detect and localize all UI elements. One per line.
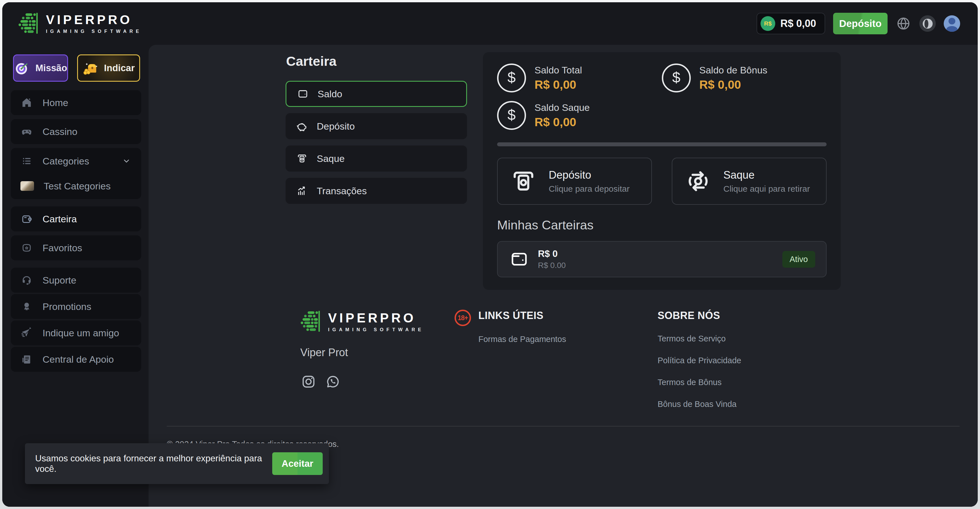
wallet-amount: R$ 0 — [538, 248, 566, 259]
header-controls: R$ R$ 0,00 Depósito — [757, 13, 960, 34]
sidebar-item-categories[interactable]: Categories — [11, 149, 141, 173]
refer-label: Indicar — [104, 63, 135, 73]
sidebar-item-favoritos[interactable]: Favoritos — [11, 235, 141, 260]
balance-value: R$ 0,00 — [535, 78, 582, 92]
action-subtitle: Clique aqui para retirar — [723, 184, 810, 194]
user-avatar[interactable] — [944, 15, 960, 32]
withdraw-action-card[interactable]: Saque Clique aqui para retirar — [672, 157, 827, 205]
menu-label: Depósito — [317, 121, 355, 132]
headset-icon — [21, 274, 33, 286]
my-wallets-title: Minhas Carteiras — [497, 218, 827, 232]
dollar-circle-icon: $ — [497, 101, 526, 130]
card-icon — [297, 87, 309, 100]
folder-star-icon — [21, 242, 33, 254]
refer-button[interactable]: Indicar — [77, 54, 140, 82]
footer-link-bonus-terms[interactable]: Termos de Bônus — [658, 378, 722, 387]
category-thumbnail-image — [21, 181, 34, 191]
app-window: VIPERPRO IGAMING SOFTWARE R$ R$ 0,00 Dep… — [2, 2, 978, 507]
wallet-menu-deposito[interactable]: Depósito — [286, 113, 467, 139]
dollar-circle-icon: $ — [662, 64, 691, 92]
footer-link-welcome-bonus[interactable]: Bônus de Boas Vinda — [658, 399, 737, 409]
sidebar-categories-group: Categories Test Categories — [11, 148, 141, 199]
sidebar-item-label: Indique um amigo — [43, 328, 119, 339]
sidebar-item-central[interactable]: Central de Apoio — [11, 347, 141, 372]
sidebar-item-cassino[interactable]: Cassino — [11, 119, 141, 144]
wallet-menu-transacoes[interactable]: Transações — [286, 178, 467, 204]
footer-link-payments[interactable]: Formas de Pagamentos — [478, 335, 566, 344]
sidebar-item-promotions[interactable]: Promotions — [11, 294, 141, 319]
sidebar-item-test-categories[interactable]: Test Categories — [11, 173, 141, 199]
brand-tagline: IGAMING SOFTWARE — [328, 327, 424, 332]
deposit-machine-icon — [508, 166, 538, 196]
footer-link-terms[interactable]: Termos de Serviço — [658, 334, 725, 344]
sidebar-item-label: Favoritos — [43, 242, 82, 253]
balance-display[interactable]: R$ R$ 0,00 — [757, 13, 825, 34]
footer-link-privacy[interactable]: Política de Privacidade — [658, 356, 741, 365]
balance-label: Saldo Total — [535, 65, 582, 76]
viperpro-logo-icon — [300, 310, 322, 334]
sidebar-item-label: Carteira — [43, 213, 77, 224]
mission-button[interactable]: Missão — [13, 54, 68, 82]
viperpro-logo-icon — [18, 12, 40, 35]
menu-label: Saque — [317, 153, 345, 164]
balance-amount: R$ 0,00 — [780, 17, 816, 30]
sidebar-bottom-group: Suporte Promotions — [11, 268, 141, 372]
deposit-action-card[interactable]: Depósito Clique para depositar — [497, 157, 652, 205]
sidebar-item-suporte[interactable]: Suporte — [11, 268, 141, 293]
document-icon — [21, 353, 33, 366]
status-badge: Ativo — [782, 251, 815, 268]
balance-panel: $ Saldo Total R$ 0,00 $ Saldo de Bônus R… — [483, 52, 841, 290]
sidebar-item-label: Promotions — [43, 301, 91, 312]
piggy-bank-icon — [296, 120, 308, 132]
footer-about-title: SOBRE NÓS — [658, 310, 841, 321]
wallet-icon — [508, 248, 530, 270]
brand-logo[interactable]: VIPERPRO IGAMING SOFTWARE — [18, 12, 142, 35]
deposit-button[interactable]: Depósito — [833, 13, 888, 34]
treasure-chest-icon — [83, 60, 99, 76]
wallet-menu-column: Carteira Saldo — [286, 52, 467, 290]
main-content: Carteira Saldo — [149, 45, 978, 507]
brand-tagline: IGAMING SOFTWARE — [46, 29, 142, 34]
menu-label: Transações — [317, 185, 367, 197]
accept-cookies-button[interactable]: Aceitar — [272, 452, 323, 475]
chart-icon — [296, 185, 308, 197]
sidebar-item-carteira[interactable]: Carteira — [11, 207, 141, 231]
brand-name: VIPERPRO — [46, 13, 142, 26]
footer-divider — [167, 426, 959, 426]
currency-coin-icon: R$ — [760, 16, 775, 31]
home-icon — [21, 96, 33, 109]
footer-brand-logo: VIPERPRO IGAMING SOFTWARE — [300, 310, 478, 334]
balance-label: Saldo de Bônus — [699, 65, 767, 76]
wallet-icon — [21, 213, 33, 225]
wallet-list-item[interactable]: R$ 0 R$ 0.00 Ativo — [497, 241, 827, 277]
wallet-menu-saldo[interactable]: Saldo — [286, 81, 467, 107]
brand-name: VIPERPRO — [328, 311, 424, 324]
footer: VIPERPRO IGAMING SOFTWARE Viper Prot — [149, 310, 978, 449]
balance-progress-bar — [497, 142, 827, 146]
sidebar-item-label: Central de Apoio — [43, 354, 114, 365]
cookie-message: Usamos cookies para fornecer a melhor ex… — [35, 453, 265, 474]
sidebar-item-label: Categories — [43, 156, 89, 167]
screenshot-frame: VIPERPRO IGAMING SOFTWARE R$ R$ 0,00 Dep… — [0, 0, 980, 509]
sidebar-item-home[interactable]: Home — [11, 90, 141, 115]
sidebar-item-label: Suporte — [43, 275, 76, 286]
footer-links-title: LINKS ÚTEIS — [478, 310, 658, 321]
balance-bonus: $ Saldo de Bônus R$ 0,00 — [662, 64, 827, 92]
balance-total: $ Saldo Total R$ 0,00 — [497, 64, 662, 92]
balance-value: R$ 0,00 — [699, 78, 767, 92]
target-icon — [14, 60, 30, 76]
wallet-menu-saque[interactable]: Saque — [286, 145, 467, 172]
action-title: Depósito — [549, 169, 630, 181]
sidebar-item-indique[interactable]: Indique um amigo — [11, 320, 141, 345]
sidebar-item-label: Home — [43, 97, 68, 108]
page-title: Carteira — [286, 53, 467, 69]
action-subtitle: Clique para depositar — [549, 184, 630, 194]
instagram-icon[interactable] — [300, 374, 317, 390]
language-globe-icon[interactable] — [896, 16, 912, 32]
theme-contrast-icon[interactable] — [919, 15, 936, 32]
whatsapp-icon[interactable] — [325, 374, 341, 390]
chevron-down-icon — [121, 156, 132, 166]
cookie-banner: Usamos cookies para fornecer a melhor ex… — [25, 443, 329, 484]
cash-machine-icon — [296, 152, 308, 165]
list-icon — [21, 155, 33, 167]
